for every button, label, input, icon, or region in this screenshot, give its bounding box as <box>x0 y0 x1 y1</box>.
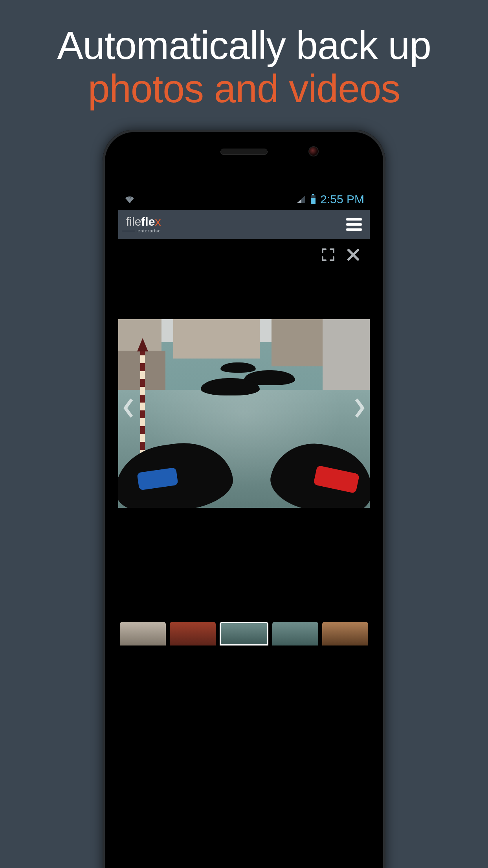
battery-icon <box>310 194 316 204</box>
viewer-controls <box>118 239 370 272</box>
signal-icon <box>296 195 306 204</box>
phone-bezel <box>103 130 385 189</box>
thumbnail[interactable] <box>322 622 368 645</box>
svg-point-0 <box>129 202 130 203</box>
headline-line-1: Automatically back up <box>0 24 488 67</box>
chevron-left-icon[interactable] <box>122 398 135 423</box>
close-icon[interactable] <box>346 248 360 263</box>
hamburger-icon[interactable] <box>346 218 362 231</box>
wifi-icon: ? <box>124 195 136 204</box>
thumbnail[interactable] <box>220 622 268 645</box>
thumbnail[interactable] <box>272 622 318 645</box>
svg-rect-2 <box>312 194 314 195</box>
svg-text:?: ? <box>128 196 131 201</box>
app-logo-text: fileflex <box>126 216 161 228</box>
app-logo: fileflex enterprise <box>126 216 161 233</box>
status-bar: ? 2:55 PM <box>118 189 370 210</box>
logo-part-x: x <box>155 215 161 228</box>
thumbnail[interactable] <box>170 622 216 645</box>
phone-front-camera <box>308 146 319 156</box>
thumbnail-strip <box>118 622 370 645</box>
thumbnail[interactable] <box>120 622 166 645</box>
phone-frame: ? 2:55 PM fileflex enterprise <box>103 130 385 868</box>
fullscreen-icon[interactable] <box>321 248 335 263</box>
photo-scene <box>118 319 370 508</box>
phone-screen: ? 2:55 PM fileflex enterprise <box>118 189 370 868</box>
logo-part-fle: fle <box>141 215 155 228</box>
app-header: fileflex enterprise <box>118 210 370 239</box>
status-time: 2:55 PM <box>320 193 364 206</box>
logo-part-file: file <box>126 215 141 228</box>
svg-rect-4 <box>311 198 316 204</box>
headline-line-2: photos and videos <box>0 67 488 110</box>
phone-earpiece <box>220 149 268 155</box>
photo-viewer <box>118 239 370 645</box>
app-logo-subtitle: enterprise <box>138 228 161 233</box>
chevron-right-icon[interactable] <box>353 398 366 423</box>
promo-headline: Automatically back up photos and videos <box>0 0 488 110</box>
main-photo[interactable] <box>118 319 370 508</box>
